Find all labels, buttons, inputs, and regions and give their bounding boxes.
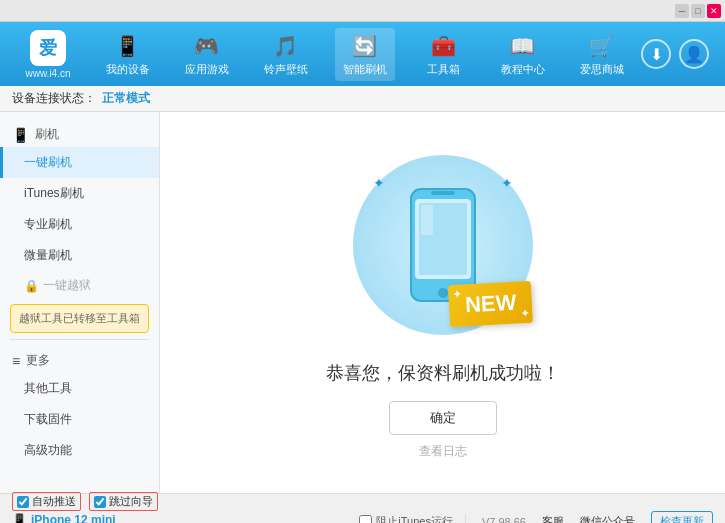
title-bar: ─ □ ✕	[0, 0, 725, 22]
ringtone-icon: 🎵	[272, 32, 300, 60]
sidebar-other-tools[interactable]: 其他工具	[0, 373, 159, 404]
sparkle-2: ✦	[501, 175, 513, 191]
download-button[interactable]: ⬇	[641, 39, 671, 69]
logo: 爱 www.i4.cn	[8, 30, 88, 79]
sparkle-1: ✦	[373, 175, 385, 191]
nav-ringtone[interactable]: 🎵 铃声壁纸	[256, 28, 316, 81]
nav-items: 📱 我的设备 🎮 应用游戏 🎵 铃声壁纸 🔄 智能刷机 🧰 工具箱 📖 教程中心…	[88, 28, 641, 81]
store-label: 爱思商城	[580, 62, 624, 77]
success-text: 恭喜您，保资料刷机成功啦！	[326, 361, 560, 385]
status-bar: 设备连接状态： 正常模式	[0, 86, 725, 112]
skip-guide-checkbox[interactable]: 跳过向导	[89, 492, 158, 511]
main-area: 📱 刷机 一键刷机 iTunes刷机 专业刷机 微量刷机 🔒 一键越狱 越狱工具…	[0, 112, 725, 493]
nav-apps-games[interactable]: 🎮 应用游戏	[177, 28, 237, 81]
sidebar-download-fw[interactable]: 下载固件	[0, 404, 159, 435]
bottom-right: 阻止iTunes运行 V7.98.66 客服 微信公众号 检查更新	[172, 511, 713, 523]
logo-icon: 爱	[30, 30, 66, 66]
new-badge: NEW	[448, 281, 533, 327]
nav-toolbox[interactable]: 🧰 工具箱	[414, 28, 474, 81]
restore-button[interactable]: □	[691, 4, 705, 18]
nav-smart-flash[interactable]: 🔄 智能刷机	[335, 28, 395, 81]
nav-right: ⬇ 👤	[641, 39, 717, 69]
auto-push-input[interactable]	[17, 496, 29, 508]
toolbox-label: 工具箱	[427, 62, 460, 77]
sidebar-divider	[10, 339, 149, 340]
flash-section-icon: 📱	[12, 127, 29, 143]
sidebar-one-click[interactable]: 一键刷机	[0, 147, 159, 178]
more-section-icon: ≡	[12, 353, 20, 369]
hero-illustration: ✦ ✦ NEW	[343, 145, 543, 345]
toolbox-icon: 🧰	[430, 32, 458, 60]
svg-rect-5	[421, 205, 433, 235]
minimize-button[interactable]: ─	[675, 4, 689, 18]
nav-store[interactable]: 🛒 爱思商城	[572, 28, 632, 81]
apps-games-label: 应用游戏	[185, 62, 229, 77]
apps-games-icon: 🎮	[193, 32, 221, 60]
svg-point-3	[438, 288, 448, 298]
sidebar: 📱 刷机 一键刷机 iTunes刷机 专业刷机 微量刷机 🔒 一键越狱 越狱工具…	[0, 112, 160, 493]
sidebar-advanced[interactable]: 高级功能	[0, 435, 159, 466]
goto-log-link[interactable]: 查看日志	[419, 443, 467, 460]
svg-rect-2	[431, 191, 455, 195]
status-value: 正常模式	[102, 90, 150, 107]
smart-flash-label: 智能刷机	[343, 62, 387, 77]
user-button[interactable]: 👤	[679, 39, 709, 69]
device-icon: 📱	[12, 513, 27, 523]
phone-illustration: ✦ ✦ NEW	[343, 145, 543, 345]
skip-guide-input[interactable]	[94, 496, 106, 508]
device-name: iPhone 12 mini	[31, 513, 116, 523]
nav-tutorial[interactable]: 📖 教程中心	[493, 28, 553, 81]
bottom-left: 自动推送 跳过向导 📱 iPhone 12 mini 64GB Down-12m…	[12, 492, 172, 523]
tutorial-icon: 📖	[509, 32, 537, 60]
bottom-bar: 自动推送 跳过向导 📱 iPhone 12 mini 64GB Down-12m…	[0, 493, 725, 523]
content-area: ✦ ✦ NEW 恭喜您，保资料刷机成功啦！ 确定	[160, 112, 725, 493]
tutorial-label: 教程中心	[501, 62, 545, 77]
stop-itunes-input[interactable]	[359, 515, 372, 523]
store-icon: 🛒	[588, 32, 616, 60]
nav-my-device[interactable]: 📱 我的设备	[98, 28, 158, 81]
circle-background: ✦ ✦ NEW	[353, 155, 533, 335]
confirm-button[interactable]: 确定	[389, 401, 497, 435]
logo-text: www.i4.cn	[25, 68, 70, 79]
support-link[interactable]: 客服	[542, 514, 564, 523]
more-section-header: ≡ 更多	[0, 346, 159, 373]
status-label: 设备连接状态：	[12, 90, 96, 107]
sidebar-jailbreak-disabled: 🔒 一键越狱	[0, 271, 159, 300]
wechat-link[interactable]: 微信公众号	[580, 514, 635, 523]
sidebar-itunes-flash[interactable]: iTunes刷机	[0, 178, 159, 209]
version-text: V7.98.66	[482, 516, 526, 524]
ringtone-label: 铃声壁纸	[264, 62, 308, 77]
device-info: 📱 iPhone 12 mini	[12, 513, 172, 523]
sidebar-pro-flash[interactable]: 专业刷机	[0, 209, 159, 240]
flash-section-label: 刷机	[35, 126, 59, 143]
smart-flash-icon: 🔄	[351, 32, 379, 60]
flash-section-header: 📱 刷机	[0, 120, 159, 147]
my-device-icon: 📱	[114, 32, 142, 60]
my-device-label: 我的设备	[106, 62, 150, 77]
lock-icon: 🔒	[24, 279, 39, 293]
sidebar-micro-flash[interactable]: 微量刷机	[0, 240, 159, 271]
close-button[interactable]: ✕	[707, 4, 721, 18]
checkbox-row: 自动推送 跳过向导	[12, 492, 172, 511]
top-nav: 爱 www.i4.cn 📱 我的设备 🎮 应用游戏 🎵 铃声壁纸 🔄 智能刷机 …	[0, 22, 725, 86]
update-button[interactable]: 检查更新	[651, 511, 713, 523]
sidebar-notice: 越狱工具已转移至工具箱	[10, 304, 149, 333]
stop-itunes: 阻止iTunes运行	[347, 514, 466, 523]
auto-push-checkbox[interactable]: 自动推送	[12, 492, 81, 511]
